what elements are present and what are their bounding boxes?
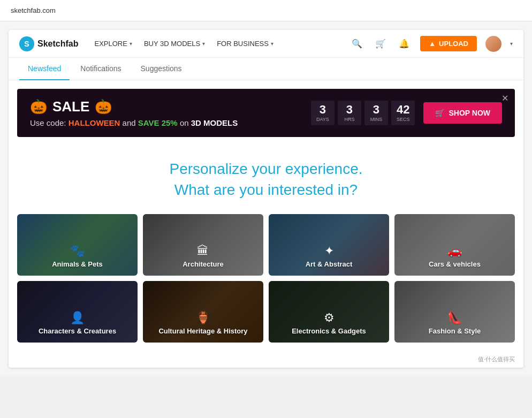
subtitle-mid: and: [123, 118, 138, 127]
code1: HALLOWEEN: [69, 118, 120, 127]
personalize-section: Personalize your experience. What are yo…: [9, 146, 523, 209]
cart-icon: 🛒: [375, 39, 386, 49]
subtitle-prefix: Use code:: [30, 118, 69, 127]
countdown-mins: 3 MINS: [364, 101, 388, 125]
upload-button[interactable]: ▲ UPLOAD: [420, 36, 477, 51]
nav-buy-3d[interactable]: BUY 3D MODELS ▾: [139, 36, 210, 51]
navbar: S Sketchfab EXPLORE ▾ BUY 3D MODELS ▾ FO…: [9, 30, 523, 58]
card-content: 🐾Animals & Pets: [52, 244, 103, 268]
user-avatar[interactable]: [485, 36, 501, 52]
personalize-line2: What are you interested in?: [17, 179, 515, 200]
browser-bar: sketchfab.com: [0, 0, 532, 21]
hrs-label: HRS: [344, 117, 354, 122]
upload-label: UPLOAD: [439, 40, 468, 48]
card-content: 🏺Cultural Heritage & History: [158, 311, 247, 335]
close-banner-button[interactable]: ✕: [501, 93, 508, 103]
personalize-line1: Personalize your experience.: [17, 158, 515, 179]
category-icon-2: ✦: [324, 244, 334, 258]
category-label-7: Fashion & Style: [429, 327, 481, 335]
card-content: 👠Fashion & Style: [429, 311, 481, 335]
banner-left: 🎃 SALE 🎃 Use code: HALLOWEEN and SAVE 25…: [30, 98, 238, 127]
highlight-3d: 3D MODELS: [191, 118, 238, 127]
tab-newsfeed[interactable]: Newsfeed: [19, 58, 70, 80]
sale-banner: 🎃 SALE 🎃 Use code: HALLOWEEN and SAVE 25…: [17, 89, 515, 137]
category-card-5[interactable]: 🏺Cultural Heritage & History: [143, 281, 263, 343]
nav-business[interactable]: FOR BUSINESS ▾: [211, 36, 279, 51]
nav-business-label: FOR BUSINESS: [217, 40, 269, 48]
category-icon-5: 🏺: [196, 311, 210, 325]
nav-explore[interactable]: EXPLORE ▾: [89, 36, 137, 51]
category-icon-7: 👠: [447, 311, 462, 325]
hrs-number: 3: [346, 104, 353, 116]
category-card-3[interactable]: 🚗Cars & vehicles: [394, 214, 515, 276]
brand-icon: S: [19, 36, 34, 51]
days-label: DAYS: [316, 117, 329, 122]
banner-subtitle: Use code: HALLOWEEN and SAVE 25% on 3D M…: [30, 118, 238, 127]
category-icon-6: ⚙: [324, 311, 335, 325]
buy-chevron-icon: ▾: [202, 41, 205, 47]
tab-notifications[interactable]: Notifications: [72, 58, 130, 80]
cart-button[interactable]: 🛒: [373, 36, 388, 51]
countdown: 3 DAYS 3 HRS 3 MINS 42 SECS: [311, 101, 415, 125]
subtitle-suffix: on: [180, 118, 191, 127]
category-card-7[interactable]: 👠Fashion & Style: [394, 281, 515, 343]
shop-now-button[interactable]: 🛒 SHOP NOW: [423, 102, 502, 124]
avatar-chevron-icon: ▾: [510, 41, 513, 47]
pumpkin-right-icon: 🎃: [95, 98, 112, 115]
category-label-2: Art & Abstract: [306, 260, 353, 268]
pumpkin-left-icon: 🎃: [30, 98, 47, 115]
category-grid: 🐾Animals & Pets🏛Architecture✦Art & Abstr…: [9, 209, 523, 353]
countdown-secs: 42 SECS: [391, 101, 415, 125]
browser-content: S Sketchfab EXPLORE ▾ BUY 3D MODELS ▾ FO…: [0, 21, 532, 376]
card-content: ✦Art & Abstract: [306, 244, 353, 268]
shop-label: SHOP NOW: [449, 109, 490, 117]
brand-name: Sketchfab: [37, 39, 78, 49]
sale-label: SALE: [52, 98, 89, 115]
banner-right: 3 DAYS 3 HRS 3 MINS 42 SECS: [311, 101, 502, 125]
shop-cart-icon: 🛒: [435, 109, 444, 117]
category-label-1: Architecture: [183, 260, 224, 268]
card-content: 👤Characters & Creatures: [39, 311, 116, 335]
category-label-4: Characters & Creatures: [39, 327, 116, 335]
business-chevron-icon: ▾: [271, 41, 273, 47]
app-container: S Sketchfab EXPLORE ▾ BUY 3D MODELS ▾ FO…: [9, 30, 523, 368]
tab-suggestions[interactable]: Suggestions: [132, 58, 191, 80]
upload-icon: ▲: [429, 40, 436, 48]
category-card-1[interactable]: 🏛Architecture: [143, 214, 263, 276]
personalize-title: Personalize your experience. What are yo…: [17, 158, 515, 200]
notifications-button[interactable]: 🔔: [397, 36, 412, 51]
brand-logo[interactable]: S Sketchfab: [19, 36, 78, 51]
mins-label: MINS: [370, 117, 383, 122]
days-number: 3: [320, 104, 326, 116]
navbar-right: 🔍 🛒 🔔 ▲ UPLOAD ▾: [349, 36, 513, 52]
category-card-4[interactable]: 👤Characters & Creatures: [17, 281, 138, 343]
close-icon: ✕: [501, 94, 508, 103]
category-icon-3: 🚗: [447, 244, 462, 258]
bell-icon: 🔔: [399, 39, 409, 49]
category-icon-4: 👤: [70, 311, 85, 325]
countdown-days: 3 DAYS: [311, 101, 335, 125]
mins-number: 3: [373, 104, 379, 116]
card-content: ⚙Electronics & Gadgets: [292, 311, 366, 335]
nav-explore-label: EXPLORE: [94, 40, 127, 48]
countdown-hrs: 3 HRS: [338, 101, 361, 125]
category-icon-1: 🏛: [197, 244, 209, 258]
tabs-bar: Newsfeed Notifications Suggestions: [9, 58, 523, 80]
search-button[interactable]: 🔍: [349, 36, 364, 51]
category-label-6: Electronics & Gadgets: [292, 327, 366, 335]
category-label-3: Cars & vehicles: [429, 260, 481, 268]
secs-label: SECS: [397, 117, 410, 122]
banner-title: 🎃 SALE 🎃: [30, 98, 238, 115]
category-icon-0: 🐾: [70, 244, 85, 258]
category-card-6[interactable]: ⚙Electronics & Gadgets: [269, 281, 389, 343]
footer-watermark: 值·什么值得买: [9, 353, 523, 368]
browser-url: sketchfab.com: [11, 6, 56, 14]
card-content: 🏛Architecture: [183, 244, 224, 268]
category-card-0[interactable]: 🐾Animals & Pets: [17, 214, 138, 276]
nav-buy-label: BUY 3D MODELS: [144, 40, 200, 48]
secs-number: 42: [397, 104, 409, 116]
card-content: 🚗Cars & vehicles: [429, 244, 481, 268]
category-label-0: Animals & Pets: [52, 260, 103, 268]
category-card-2[interactable]: ✦Art & Abstract: [269, 214, 389, 276]
explore-chevron-icon: ▾: [130, 41, 132, 47]
